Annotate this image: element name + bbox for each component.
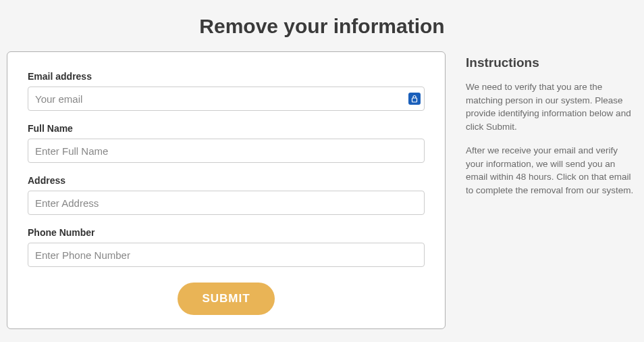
email-label: Email address (28, 71, 425, 82)
name-label: Full Name (28, 123, 425, 134)
instructions-panel: Instructions We need to verify that you … (466, 51, 637, 329)
instructions-title: Instructions (466, 55, 637, 70)
content-wrapper: Email address Full Name Address Phone Nu… (0, 51, 644, 329)
submit-button[interactable]: SUBMIT (178, 283, 274, 315)
email-input-wrapper (28, 87, 425, 111)
email-group: Email address (28, 71, 425, 111)
name-input[interactable] (28, 139, 425, 163)
submit-wrapper: SUBMIT (28, 279, 425, 315)
instructions-paragraph-2: After we receive your email and verify y… (466, 144, 637, 197)
instructions-paragraph-1: We need to verify that you are the match… (466, 80, 637, 133)
page-title: Remove your information (0, 0, 644, 51)
address-label: Address (28, 175, 425, 186)
removal-form: Email address Full Name Address Phone Nu… (7, 51, 446, 329)
address-input[interactable] (28, 191, 425, 215)
phone-label: Phone Number (28, 227, 425, 238)
address-group: Address (28, 175, 425, 215)
lock-icon (408, 93, 421, 105)
phone-group: Phone Number (28, 227, 425, 267)
name-group: Full Name (28, 123, 425, 163)
phone-input[interactable] (28, 243, 425, 267)
svg-rect-0 (412, 98, 417, 102)
email-input[interactable] (28, 87, 425, 111)
